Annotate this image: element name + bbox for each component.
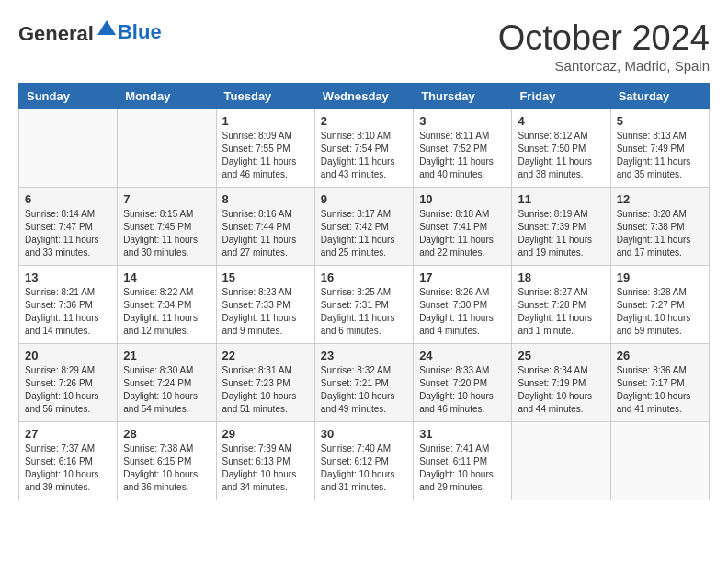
calendar-cell: 13Sunrise: 8:21 AM Sunset: 7:36 PM Dayli… <box>19 266 118 344</box>
day-header-friday: Friday <box>512 84 610 109</box>
logo-general: General <box>18 22 94 45</box>
day-info: Sunrise: 8:33 AM Sunset: 7:20 PM Dayligh… <box>419 364 506 416</box>
day-info: Sunrise: 8:25 AM Sunset: 7:31 PM Dayligh… <box>321 286 407 338</box>
week-row-1: 6Sunrise: 8:14 AM Sunset: 7:47 PM Daylig… <box>19 188 710 266</box>
calendar-cell: 18Sunrise: 8:27 AM Sunset: 7:28 PM Dayli… <box>512 266 610 344</box>
day-number: 23 <box>321 349 407 362</box>
day-info: Sunrise: 8:31 AM Sunset: 7:23 PM Dayligh… <box>222 364 309 416</box>
day-info: Sunrise: 7:39 AM Sunset: 6:13 PM Dayligh… <box>222 442 309 494</box>
day-info: Sunrise: 8:18 AM Sunset: 7:41 PM Dayligh… <box>419 208 506 259</box>
day-info: Sunrise: 7:37 AM Sunset: 6:16 PM Dayligh… <box>25 442 111 494</box>
day-info: Sunrise: 8:22 AM Sunset: 7:34 PM Dayligh… <box>123 286 210 338</box>
day-number: 31 <box>419 427 506 441</box>
calendar-cell: 23Sunrise: 8:32 AM Sunset: 7:21 PM Dayli… <box>314 344 413 422</box>
calendar-title: October 2024 <box>498 18 710 58</box>
calendar-cell: 7Sunrise: 8:15 AM Sunset: 7:45 PM Daylig… <box>118 188 216 266</box>
calendar-cell: 30Sunrise: 7:40 AM Sunset: 6:12 PM Dayli… <box>314 422 413 500</box>
calendar-cell: 12Sunrise: 8:20 AM Sunset: 7:38 PM Dayli… <box>610 188 709 266</box>
calendar-cell: 1Sunrise: 8:09 AM Sunset: 7:55 PM Daylig… <box>216 109 314 188</box>
day-info: Sunrise: 8:30 AM Sunset: 7:24 PM Dayligh… <box>123 364 210 416</box>
calendar-cell: 19Sunrise: 8:28 AM Sunset: 7:27 PM Dayli… <box>610 266 709 344</box>
week-row-2: 13Sunrise: 8:21 AM Sunset: 7:36 PM Dayli… <box>19 266 710 344</box>
calendar-cell: 21Sunrise: 8:30 AM Sunset: 7:24 PM Dayli… <box>118 344 216 422</box>
day-info: Sunrise: 8:21 AM Sunset: 7:36 PM Dayligh… <box>25 286 111 338</box>
day-info: Sunrise: 8:27 AM Sunset: 7:28 PM Dayligh… <box>518 286 604 338</box>
day-info: Sunrise: 8:11 AM Sunset: 7:52 PM Dayligh… <box>419 130 506 181</box>
day-header-sunday: Sunday <box>19 84 118 109</box>
calendar-cell <box>610 422 709 500</box>
week-row-4: 27Sunrise: 7:37 AM Sunset: 6:16 PM Dayli… <box>19 422 710 500</box>
day-number: 26 <box>617 349 703 362</box>
day-number: 20 <box>25 349 111 362</box>
calendar-cell: 11Sunrise: 8:19 AM Sunset: 7:39 PM Dayli… <box>512 188 610 266</box>
day-info: Sunrise: 8:13 AM Sunset: 7:49 PM Dayligh… <box>617 130 703 181</box>
day-number: 21 <box>123 349 210 362</box>
calendar-cell: 4Sunrise: 8:12 AM Sunset: 7:50 PM Daylig… <box>512 109 610 188</box>
day-number: 16 <box>321 270 407 284</box>
calendar-cell: 26Sunrise: 8:36 AM Sunset: 7:17 PM Dayli… <box>610 344 709 422</box>
day-number: 29 <box>222 427 309 441</box>
calendar-cell: 22Sunrise: 8:31 AM Sunset: 7:23 PM Dayli… <box>216 344 314 422</box>
calendar-subtitle: Santorcaz, Madrid, Spain <box>498 58 710 74</box>
title-block: October 2024 Santorcaz, Madrid, Spain <box>498 18 710 74</box>
day-info: Sunrise: 8:29 AM Sunset: 7:26 PM Dayligh… <box>25 364 111 416</box>
calendar-table: SundayMondayTuesdayWednesdayThursdayFrid… <box>18 83 710 500</box>
day-header-saturday: Saturday <box>610 84 709 109</box>
day-number: 4 <box>518 114 604 128</box>
day-info: Sunrise: 7:40 AM Sunset: 6:12 PM Dayligh… <box>321 442 407 494</box>
calendar-cell <box>512 422 610 500</box>
calendar-cell: 9Sunrise: 8:17 AM Sunset: 7:42 PM Daylig… <box>314 188 413 266</box>
day-header-monday: Monday <box>118 84 216 109</box>
calendar-cell: 27Sunrise: 7:37 AM Sunset: 6:16 PM Dayli… <box>19 422 118 500</box>
calendar-cell <box>118 109 216 188</box>
day-info: Sunrise: 8:32 AM Sunset: 7:21 PM Dayligh… <box>321 364 407 416</box>
day-number: 5 <box>617 114 703 128</box>
day-number: 6 <box>25 192 111 206</box>
calendar-cell: 20Sunrise: 8:29 AM Sunset: 7:26 PM Dayli… <box>19 344 118 422</box>
day-info: Sunrise: 8:14 AM Sunset: 7:47 PM Dayligh… <box>25 208 111 259</box>
calendar-cell: 16Sunrise: 8:25 AM Sunset: 7:31 PM Dayli… <box>314 266 413 344</box>
day-info: Sunrise: 7:38 AM Sunset: 6:15 PM Dayligh… <box>123 442 210 494</box>
logo: General Blue <box>18 18 162 46</box>
day-info: Sunrise: 8:09 AM Sunset: 7:55 PM Dayligh… <box>222 130 309 181</box>
logo-icon <box>96 18 118 40</box>
calendar-body: 1Sunrise: 8:09 AM Sunset: 7:55 PM Daylig… <box>19 109 710 500</box>
calendar-cell: 10Sunrise: 8:18 AM Sunset: 7:41 PM Dayli… <box>414 188 512 266</box>
day-number: 17 <box>419 270 506 284</box>
svg-marker-0 <box>97 20 116 35</box>
day-number: 3 <box>419 114 506 128</box>
day-info: Sunrise: 8:26 AM Sunset: 7:30 PM Dayligh… <box>419 286 506 338</box>
day-header-thursday: Thursday <box>414 84 512 109</box>
calendar-cell: 14Sunrise: 8:22 AM Sunset: 7:34 PM Dayli… <box>118 266 216 344</box>
calendar-cell: 29Sunrise: 7:39 AM Sunset: 6:13 PM Dayli… <box>216 422 314 500</box>
day-number: 13 <box>25 270 111 284</box>
day-number: 8 <box>222 192 309 206</box>
calendar-cell: 8Sunrise: 8:16 AM Sunset: 7:44 PM Daylig… <box>216 188 314 266</box>
calendar-cell: 6Sunrise: 8:14 AM Sunset: 7:47 PM Daylig… <box>19 188 118 266</box>
day-header-tuesday: Tuesday <box>216 84 314 109</box>
day-info: Sunrise: 8:20 AM Sunset: 7:38 PM Dayligh… <box>617 208 703 259</box>
week-row-0: 1Sunrise: 8:09 AM Sunset: 7:55 PM Daylig… <box>19 109 710 188</box>
day-info: Sunrise: 8:34 AM Sunset: 7:19 PM Dayligh… <box>518 364 604 416</box>
calendar-cell: 2Sunrise: 8:10 AM Sunset: 7:54 PM Daylig… <box>314 109 413 188</box>
day-info: Sunrise: 8:23 AM Sunset: 7:33 PM Dayligh… <box>222 286 309 338</box>
day-number: 14 <box>123 270 210 284</box>
day-number: 18 <box>518 270 604 284</box>
calendar-cell: 28Sunrise: 7:38 AM Sunset: 6:15 PM Dayli… <box>118 422 216 500</box>
day-number: 9 <box>321 192 407 206</box>
calendar-cell <box>19 109 118 188</box>
day-info: Sunrise: 8:10 AM Sunset: 7:54 PM Dayligh… <box>321 130 407 181</box>
day-number: 11 <box>518 192 604 206</box>
calendar-cell: 31Sunrise: 7:41 AM Sunset: 6:11 PM Dayli… <box>414 422 512 500</box>
calendar-cell: 3Sunrise: 8:11 AM Sunset: 7:52 PM Daylig… <box>414 109 512 188</box>
calendar-header-row: SundayMondayTuesdayWednesdayThursdayFrid… <box>19 84 710 109</box>
day-number: 28 <box>123 427 210 441</box>
day-number: 7 <box>123 192 210 206</box>
day-info: Sunrise: 8:12 AM Sunset: 7:50 PM Dayligh… <box>518 130 604 181</box>
day-number: 30 <box>321 427 407 441</box>
day-number: 1 <box>222 114 309 128</box>
calendar-cell: 5Sunrise: 8:13 AM Sunset: 7:49 PM Daylig… <box>610 109 709 188</box>
day-number: 22 <box>222 349 309 362</box>
calendar-cell: 24Sunrise: 8:33 AM Sunset: 7:20 PM Dayli… <box>414 344 512 422</box>
logo-blue: Blue <box>118 20 162 43</box>
